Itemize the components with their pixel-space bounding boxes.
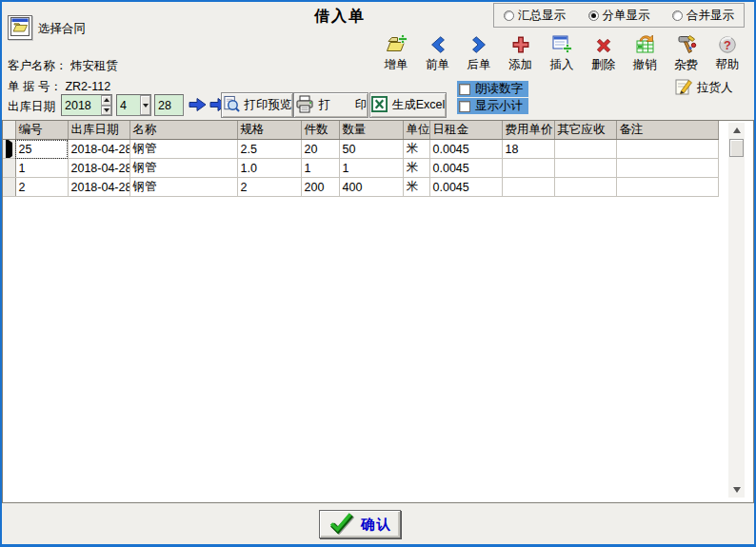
- table-cell[interactable]: [554, 178, 616, 197]
- confirm-button[interactable]: 确认: [319, 510, 401, 538]
- new-order-button[interactable]: 增单: [377, 32, 415, 73]
- table-cell[interactable]: 2018-04-28: [68, 178, 129, 197]
- table-cell[interactable]: 400: [339, 178, 403, 197]
- year-down-button[interactable]: [101, 106, 111, 116]
- insert-row-button[interactable]: 插入: [543, 32, 581, 73]
- apply-date-arrow-icon[interactable]: [189, 97, 207, 115]
- toolbar-label: 撤销: [633, 57, 657, 73]
- column-header: 件数: [301, 121, 339, 140]
- show-subtotal-checkbox[interactable]: 显示小计: [457, 98, 528, 114]
- delete-row-button[interactable]: 删除: [585, 32, 623, 73]
- table-cell[interactable]: 1: [15, 159, 68, 178]
- svg-text:?: ?: [724, 38, 731, 52]
- outbound-date-label: 出库日期: [8, 99, 55, 115]
- customer-line: 客户名称： 炜安租赁: [8, 58, 118, 74]
- day-input[interactable]: [155, 95, 183, 115]
- table-cell[interactable]: 2018-04-28: [68, 159, 129, 178]
- help-button[interactable]: ? 帮助: [708, 32, 746, 73]
- year-spinbox: [61, 94, 112, 116]
- printer-icon: [295, 95, 314, 116]
- table-cell[interactable]: 钢管: [129, 159, 237, 178]
- prev-order-button[interactable]: 前单: [419, 32, 457, 73]
- page-title: 借入单: [314, 7, 366, 27]
- table-cell[interactable]: 0.0045: [429, 178, 502, 197]
- toolbar-label: 插入: [550, 57, 574, 73]
- misc-fee-icon: [675, 32, 698, 55]
- table-cell[interactable]: 米: [403, 159, 429, 178]
- table-cell[interactable]: 钢管: [129, 178, 237, 197]
- table-cell[interactable]: 米: [403, 140, 429, 159]
- toolbar-label: 帮助: [716, 57, 740, 73]
- order-items-table: 编号出库日期名称规格件数数量单位日租金费用单价其它应收备注252018-04-2…: [3, 121, 719, 197]
- table-cell[interactable]: 20: [301, 140, 339, 159]
- radio-label: 合并显示: [686, 8, 734, 24]
- read-numbers-checkbox[interactable]: 朗读数字: [457, 81, 528, 97]
- table-cell[interactable]: 1.0: [237, 159, 301, 178]
- row-indicator-cell[interactable]: [3, 140, 15, 159]
- table-cell[interactable]: 25: [15, 140, 68, 159]
- table-cell[interactable]: [554, 159, 616, 178]
- prev-order-icon: [428, 32, 448, 55]
- table-cell[interactable]: [502, 159, 554, 178]
- misc-fee-button[interactable]: 杂费: [667, 32, 706, 73]
- select-contract-button[interactable]: [8, 15, 32, 40]
- table-row: 22018-04-28钢管2200400米0.0045: [3, 178, 718, 197]
- table-cell[interactable]: [554, 140, 616, 159]
- add-row-button[interactable]: 添加: [502, 32, 540, 73]
- scroll-thumb[interactable]: [729, 139, 744, 157]
- column-header: 单位: [403, 121, 429, 140]
- table-cell[interactable]: 米: [403, 178, 429, 197]
- scroll-down-icon[interactable]: [730, 484, 743, 496]
- next-order-button[interactable]: 后单: [460, 32, 498, 73]
- show-subtotal-label: 显示小计: [475, 98, 523, 114]
- table-cell[interactable]: 2: [237, 178, 301, 197]
- delete-row-icon: [594, 32, 613, 55]
- column-header: 出库日期: [68, 121, 129, 140]
- column-header: 数量: [339, 121, 403, 140]
- generate-excel-button[interactable]: 生成Excel: [369, 92, 447, 118]
- table-cell[interactable]: 50: [339, 140, 403, 159]
- radio-merged-display[interactable]: 合并显示: [672, 8, 734, 24]
- table-cell[interactable]: [616, 159, 718, 178]
- column-header: 费用单价: [502, 121, 554, 140]
- print-label: 打 印: [319, 97, 367, 113]
- table-cell[interactable]: [502, 178, 554, 197]
- radio-icon: [504, 10, 514, 21]
- toolbar-label: 杂费: [674, 57, 698, 73]
- table-cell[interactable]: [616, 178, 718, 197]
- year-up-button[interactable]: [101, 95, 111, 106]
- row-indicator-cell[interactable]: [3, 178, 15, 197]
- row-indicator-cell[interactable]: [3, 159, 15, 178]
- table-cell[interactable]: 1: [339, 159, 403, 178]
- toolbar-label: 删除: [591, 57, 615, 73]
- table-cell[interactable]: 1: [301, 159, 339, 178]
- table-cell[interactable]: 2018-04-28: [68, 140, 129, 159]
- hauler-button[interactable]: 拉货人: [674, 77, 733, 99]
- print-button[interactable]: 打 印: [293, 92, 368, 118]
- table-cell[interactable]: 200: [301, 178, 339, 197]
- table-cell[interactable]: 2.5: [237, 140, 301, 159]
- day-field: [154, 94, 184, 116]
- print-preview-button[interactable]: 打印预览: [221, 92, 293, 118]
- table-cell[interactable]: 0.0045: [429, 159, 502, 178]
- column-header: 其它应收: [554, 121, 616, 140]
- column-header: 备注: [616, 121, 718, 140]
- checkbox-icon: [459, 84, 470, 95]
- vertical-scrollbar[interactable]: [728, 123, 745, 498]
- month-value[interactable]: [117, 95, 140, 115]
- year-input[interactable]: [62, 95, 101, 115]
- table-cell[interactable]: 2: [15, 178, 68, 197]
- undo-button[interactable]: 撤销: [626, 32, 664, 73]
- add-row-icon: [510, 32, 531, 55]
- table-cell[interactable]: 钢管: [129, 140, 237, 159]
- current-row-arrow-icon: [6, 140, 12, 159]
- month-dropdown-button[interactable]: [140, 95, 150, 115]
- scroll-up-icon[interactable]: [730, 125, 743, 136]
- column-header: 名称: [129, 121, 237, 140]
- table-cell[interactable]: 18: [502, 140, 554, 159]
- radio-per-order-display[interactable]: 分单显示: [588, 8, 650, 24]
- read-numbers-label: 朗读数字: [475, 81, 523, 97]
- table-cell[interactable]: 0.0045: [429, 140, 502, 159]
- radio-summary-display[interactable]: 汇总显示: [504, 8, 566, 24]
- table-cell[interactable]: [616, 140, 718, 159]
